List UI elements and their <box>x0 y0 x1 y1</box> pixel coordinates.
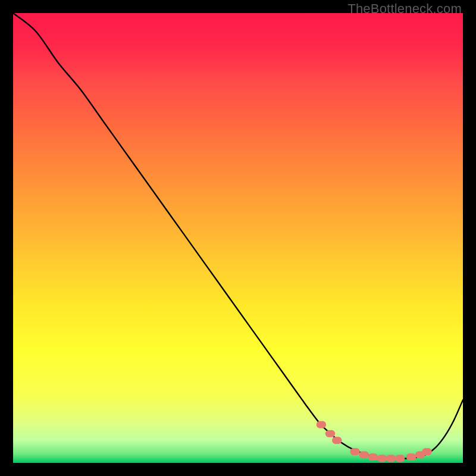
highlight-dot <box>406 453 416 461</box>
svg-point-19 <box>409 453 416 461</box>
highlight-dot <box>317 421 326 428</box>
highlight-dots <box>317 421 432 462</box>
highlight-dot <box>377 455 387 462</box>
svg-point-5 <box>334 437 342 444</box>
highlight-dot <box>325 430 335 437</box>
svg-point-7 <box>352 448 359 455</box>
bottleneck-curve <box>13 13 463 459</box>
highlight-dot <box>422 448 431 455</box>
chart-container: TheBottleneck.com <box>0 0 476 476</box>
svg-point-17 <box>397 455 405 462</box>
highlight-dot <box>350 448 359 455</box>
svg-point-23 <box>424 448 431 455</box>
svg-point-3 <box>328 430 335 437</box>
highlight-dot <box>332 437 342 444</box>
highlight-dot <box>368 453 378 461</box>
highlight-dot <box>395 455 405 462</box>
highlight-dot <box>386 455 396 462</box>
highlight-dot <box>359 451 368 458</box>
svg-point-11 <box>371 453 378 461</box>
svg-point-9 <box>361 451 368 458</box>
svg-point-13 <box>380 455 387 462</box>
svg-point-15 <box>389 455 396 462</box>
chart-svg <box>13 13 463 463</box>
plot-area <box>13 13 463 463</box>
svg-point-1 <box>319 421 326 428</box>
